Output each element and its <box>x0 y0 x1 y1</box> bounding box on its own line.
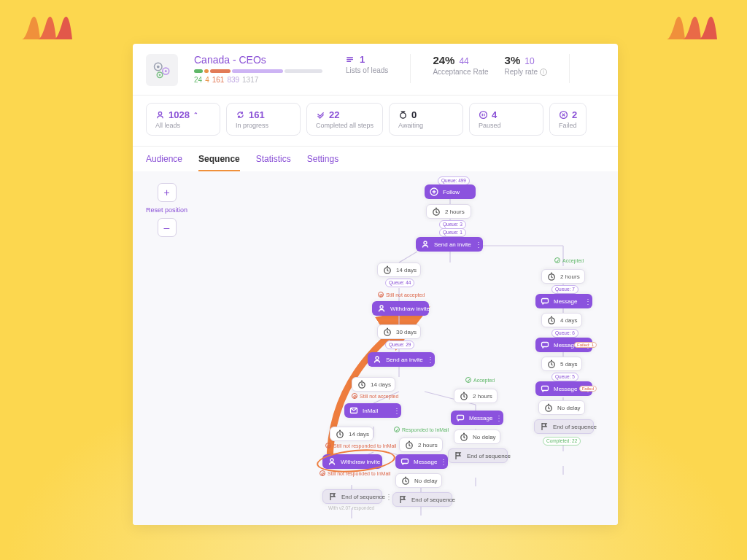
node-message[interactable]: Message ⋮ Failed <box>535 381 592 396</box>
msg-icon <box>400 456 410 467</box>
svg-point-50 <box>424 241 427 244</box>
node-message[interactable]: Message ⋮ <box>395 454 448 469</box>
pause-icon <box>479 110 488 120</box>
stat-card-in-progress[interactable]: 161 In progress <box>226 103 301 136</box>
flow-node: No delay <box>395 473 442 488</box>
queue-pill: Queue: 7 <box>551 285 578 294</box>
tab-audience[interactable]: Audience <box>146 154 182 171</box>
clock-icon <box>459 391 469 401</box>
clock-icon <box>546 315 557 325</box>
condition-label: ✓Accepted <box>465 377 495 383</box>
clock-icon <box>431 206 441 217</box>
more-icon[interactable]: ⋮ <box>391 407 401 415</box>
svg-point-3 <box>165 70 167 72</box>
svg-point-52 <box>380 306 383 308</box>
clock-icon <box>543 402 554 413</box>
brand-logo-icon <box>22 10 80 43</box>
plus-icon <box>429 187 439 197</box>
stat-value: 22 <box>329 109 339 120</box>
acceptance-count: 44 <box>459 56 468 66</box>
msg-icon <box>540 296 550 306</box>
clock-icon <box>546 271 557 281</box>
flag-icon <box>328 491 338 502</box>
flow-node: 2 hours <box>454 389 498 403</box>
stat-value: 0 <box>411 109 417 120</box>
sequence-canvas[interactable]: + Reset position – Queue: 499 Follow 2 h… <box>133 171 618 525</box>
flow-node: No delay <box>538 400 585 415</box>
timer-icon <box>398 110 408 120</box>
reply-count: 10 <box>525 56 534 66</box>
acceptance-pct: 24% <box>433 54 454 66</box>
mail-icon <box>349 405 359 416</box>
stat-card-all-leads[interactable]: 1028 ⌃ All leads <box>146 103 220 136</box>
acceptance-label: Acceptance Rate <box>433 68 488 76</box>
clock-icon <box>459 432 469 442</box>
stat-label: Awaiting <box>398 122 454 129</box>
clock-icon <box>382 327 392 337</box>
node-end[interactable]: End of sequence ⋮ <box>322 489 382 504</box>
condition-label: ⊘Still not accepted <box>378 292 425 298</box>
node-withdraw-2[interactable]: Withdraw invite ⋮ <box>322 454 382 469</box>
more-icon[interactable]: ⋮ <box>582 298 592 306</box>
node-end[interactable]: End of sequence <box>448 448 508 463</box>
tab-sequence[interactable]: Sequence <box>198 154 240 171</box>
tab-statistics[interactable]: Statistics <box>256 154 291 171</box>
node-message[interactable]: Message ⋮ Failed: 1 <box>535 338 592 352</box>
more-icon[interactable]: ⋮ <box>493 414 503 422</box>
flow-node: 14 days <box>352 377 395 392</box>
stat-card-awaiting[interactable]: 0 Awaiting <box>389 103 463 136</box>
node-follow[interactable]: Follow <box>425 184 476 199</box>
zoom-out-button[interactable]: – <box>158 218 177 237</box>
more-icon[interactable]: ⋮ <box>380 458 387 466</box>
stat-card-completed[interactable]: 22 Completed all steps <box>306 103 383 136</box>
node-send-invite[interactable]: Send an invite ⋮ <box>368 352 435 367</box>
brand-logo-icon <box>667 10 725 43</box>
stat-value: 161 <box>249 109 265 120</box>
svg-point-7 <box>400 113 406 118</box>
campaign-title[interactable]: Canada - CEOs <box>194 54 322 66</box>
reset-position-button[interactable]: Reset position <box>146 206 187 214</box>
lists-count: 1 <box>360 54 365 65</box>
progress-bars <box>194 69 322 73</box>
reply-pct: 3% <box>505 54 521 66</box>
tab-settings[interactable]: Settings <box>307 154 338 171</box>
stat-card-failed[interactable]: 2 Failed <box>549 103 587 136</box>
info-icon[interactable]: i <box>540 69 547 76</box>
zoom-in-button[interactable]: + <box>158 183 177 202</box>
svg-rect-60 <box>402 459 409 464</box>
stat-card-paused[interactable]: 4 Paused <box>469 103 543 136</box>
more-icon[interactable]: ⋮ <box>438 458 448 466</box>
more-icon[interactable]: ⋮ <box>385 493 392 501</box>
person-icon <box>376 303 387 314</box>
svg-point-5 <box>159 74 161 76</box>
node-end[interactable]: End of sequence <box>392 492 452 507</box>
node-message[interactable]: Message ⋮ <box>451 411 503 425</box>
node-send-invite[interactable]: Send an invite ⋮ <box>416 237 483 252</box>
list-icon <box>346 55 355 64</box>
more-icon[interactable]: ⋮ <box>473 241 483 249</box>
node-message[interactable]: Message ⋮ <box>535 294 592 308</box>
flag-icon <box>398 494 408 505</box>
clock-icon <box>357 379 367 389</box>
more-icon[interactable]: ⋮ <box>425 356 435 364</box>
node-inmail[interactable]: InMail ⋮ <box>344 403 401 418</box>
svg-rect-66 <box>542 299 549 303</box>
svg-point-54 <box>376 357 379 359</box>
svg-rect-63 <box>457 416 464 420</box>
svg-rect-68 <box>542 343 549 347</box>
clock-icon <box>382 265 392 275</box>
svg-line-17 <box>399 252 417 262</box>
svg-point-59 <box>330 459 333 462</box>
node-end[interactable]: End of sequence <box>534 419 594 434</box>
flag-icon <box>453 451 463 461</box>
flow-node: 2 hours <box>541 269 585 284</box>
queue-pill: Queue: 6 <box>551 329 578 338</box>
node-delay: 2 hours <box>426 204 471 219</box>
check-icon <box>316 110 325 120</box>
queue-pill: Queue: 1 <box>439 228 466 237</box>
refresh-icon <box>236 110 245 120</box>
queue-pill: Queue: 29 <box>385 341 414 349</box>
msg-icon <box>540 384 550 394</box>
condition-label: ✓Responded to InMail <box>394 427 449 432</box>
node-withdraw[interactable]: Withdraw invite <box>372 301 429 316</box>
